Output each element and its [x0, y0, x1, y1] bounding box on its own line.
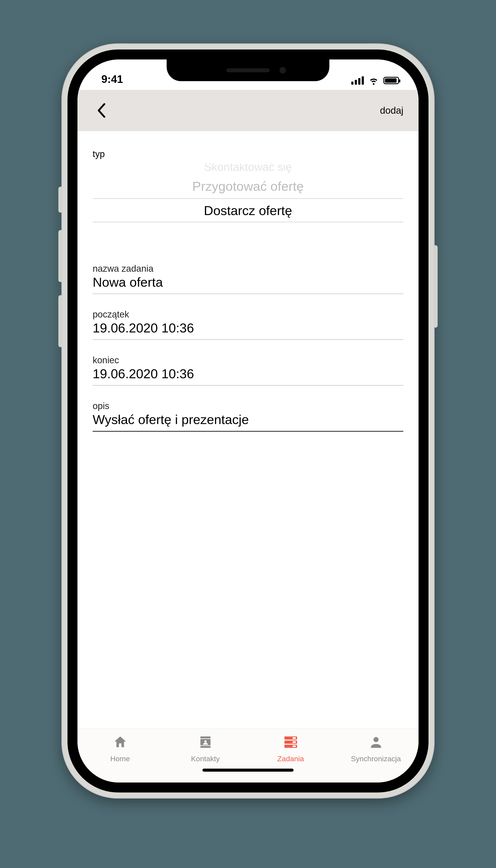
start-date-label: początek	[93, 309, 403, 320]
picker-option-below	[93, 222, 403, 246]
tab-sync[interactable]: Synchronizacja	[333, 734, 419, 763]
start-date-value: 19.06.2020 10:36	[93, 321, 403, 340]
volume-up-button	[58, 230, 63, 282]
tab-home[interactable]: Home	[77, 734, 163, 763]
tab-home-label: Home	[110, 755, 130, 763]
task-name-label: nazwa zadania	[93, 263, 403, 274]
status-indicators	[351, 76, 399, 86]
nav-header: dodaj	[77, 90, 419, 131]
picker-option-faded: Skontaktować się	[93, 164, 403, 174]
front-camera	[279, 67, 286, 74]
phone-frame: 9:41 dodaj typ S	[61, 43, 435, 799]
task-name-field[interactable]: nazwa zadania Nowa oferta	[93, 263, 403, 294]
form-content: typ Skontaktować się Przygotować ofertę …	[77, 131, 419, 728]
speaker-grille	[226, 68, 270, 72]
home-indicator[interactable]	[202, 769, 294, 772]
tasks-icon	[283, 734, 298, 751]
contacts-icon	[198, 734, 213, 751]
end-date-value: 19.06.2020 10:36	[93, 366, 403, 386]
picker-option-above: Przygotować ofertę	[93, 174, 403, 198]
end-date-label: koniec	[93, 355, 403, 366]
start-date-field[interactable]: początek 19.06.2020 10:36	[93, 309, 403, 340]
type-picker[interactable]: Skontaktować się Przygotować ofertę Dost…	[93, 164, 403, 235]
mute-switch	[58, 187, 63, 213]
svg-rect-3	[293, 737, 296, 739]
tab-contacts-label: Kontakty	[191, 755, 220, 763]
picker-option-selected: Dostarcz ofertę	[93, 198, 403, 222]
svg-rect-4	[293, 741, 296, 743]
task-name-value: Nowa oferta	[93, 275, 403, 294]
svg-rect-5	[293, 745, 296, 747]
back-button[interactable]	[97, 103, 106, 118]
wifi-icon	[369, 76, 378, 86]
tab-contacts[interactable]: Kontakty	[163, 734, 248, 763]
battery-icon	[383, 77, 399, 84]
volume-down-button	[58, 295, 63, 347]
tab-tasks[interactable]: Zadania	[248, 734, 333, 763]
add-button[interactable]: dodaj	[380, 105, 403, 116]
description-label: opis	[93, 401, 403, 411]
chevron-left-icon	[97, 103, 106, 118]
description-value: Wysłać ofertę i prezentacje	[93, 412, 403, 432]
end-date-field[interactable]: koniec 19.06.2020 10:36	[93, 355, 403, 386]
description-field[interactable]: opis Wysłać ofertę i prezentacje	[93, 401, 403, 432]
phone-bezel: 9:41 dodaj typ S	[67, 49, 429, 792]
sync-icon	[368, 734, 384, 751]
screen: 9:41 dodaj typ S	[77, 60, 419, 782]
type-label: typ	[93, 149, 403, 159]
status-time: 9:41	[101, 73, 123, 86]
cellular-signal-icon	[351, 76, 364, 84]
notch	[167, 60, 329, 81]
svg-point-6	[373, 737, 378, 742]
tab-sync-label: Synchronizacja	[351, 755, 401, 763]
home-icon	[113, 734, 128, 751]
tab-bar: Home Kontakty Zadania	[77, 728, 419, 782]
power-button	[433, 245, 438, 328]
tab-tasks-label: Zadania	[277, 755, 304, 763]
